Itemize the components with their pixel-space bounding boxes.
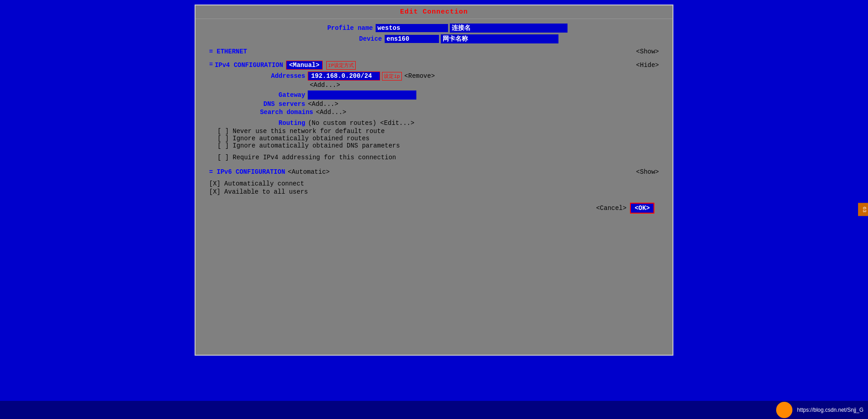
routing-label: Routing xyxy=(260,119,305,127)
checkbox-ignore-routes: [ ] Ignore automatically obtained routes xyxy=(217,135,659,142)
ipv4-header-row: IPv4 CONFIGURATION <Manual> IP设定方式 <Hide… xyxy=(215,61,659,70)
ipv6-mode[interactable]: <Automatic> xyxy=(288,168,329,176)
device-label: Device xyxy=(310,35,382,43)
dns-label: DNS servers xyxy=(260,100,305,108)
profile-annotation-field: 连接名 xyxy=(450,24,568,33)
gateway-row: Gateway xyxy=(260,90,659,100)
title-bar: Edit Connection xyxy=(196,5,672,19)
auto-connect-text[interactable]: [X] Automatically connect xyxy=(209,180,304,187)
device-row: Device ens160 网卡名称 xyxy=(209,34,659,43)
addresses-label: Addresses xyxy=(260,72,305,80)
search-domains-label: Search domains xyxy=(260,109,313,116)
profile-row: Profile name westos 连接名 xyxy=(209,24,659,33)
title-bar-text: Edit Connection xyxy=(400,8,468,16)
checkbox-never-use: [ ] Never use this network for default r… xyxy=(217,128,659,135)
right-edge-tab: 63 xyxy=(858,203,868,216)
profile-annotation-text: 连接名 xyxy=(452,24,471,32)
gateway-input[interactable] xyxy=(308,90,416,100)
ethernet-label: = ETHERNET xyxy=(209,48,247,55)
bottom-taskbar: https://blog.csdn.net/Snjj_G xyxy=(0,401,868,419)
available-users-text[interactable]: [X] Available to all users xyxy=(209,188,308,195)
addresses-row: Addresses 192.168.0.200/24 设定ip <Remove> xyxy=(260,71,659,81)
address-annotation: 设定ip xyxy=(382,72,401,81)
search-domains-add-btn[interactable]: <Add...> xyxy=(316,109,346,116)
address-input[interactable]: 192.168.0.200/24 xyxy=(308,71,380,81)
ethernet-section: = ETHERNET <Show> xyxy=(209,48,659,55)
dns-add-btn[interactable]: <Add...> xyxy=(308,100,338,108)
ipv6-show-btn[interactable]: <Show> xyxy=(636,168,659,176)
ipv4-mode-btn[interactable]: <Manual> xyxy=(286,61,323,70)
ipv4-content: IPv4 CONFIGURATION <Manual> IP设定方式 <Hide… xyxy=(215,61,659,161)
avatar xyxy=(776,402,792,418)
profile-input[interactable]: westos xyxy=(376,24,448,32)
main-content: Profile name westos 连接名 Device ens160 网卡… xyxy=(196,19,672,218)
ipv4-mode-annotation: IP设定方式 xyxy=(326,61,356,70)
cancel-btn[interactable]: <Cancel> xyxy=(596,205,626,212)
ipv6-label: = IPv6 CONFIGURATION xyxy=(209,168,285,176)
routing-value: (No custom routes) <Edit...> xyxy=(308,119,414,127)
available-users-row: [X] Available to all users xyxy=(209,188,659,195)
require-ipv4-text[interactable]: [ ] Require IPv4 addressing for this con… xyxy=(217,154,396,161)
add-address-row: <Add...> xyxy=(310,81,659,89)
device-annotation-text: 网卡名称 xyxy=(443,35,468,43)
auto-connect-row: [X] Automatically connect xyxy=(209,180,659,187)
ipv4-section: ≡ IPv4 CONFIGURATION <Manual> IP设定方式 <Hi… xyxy=(209,61,659,161)
ipv4-marker: ≡ xyxy=(209,61,213,68)
dns-row: DNS servers <Add...> xyxy=(260,100,659,108)
profile-label: Profile name xyxy=(300,24,373,32)
never-use-route-text[interactable]: [ ] Never use this network for default r… xyxy=(217,128,385,135)
bottom-buttons: <Cancel> <OK> xyxy=(209,203,659,214)
search-domains-row: Search domains <Add...> xyxy=(260,109,659,116)
checkbox-ignore-dns: [ ] Ignore automatically obtained DNS pa… xyxy=(217,142,659,149)
routing-row: Routing (No custom routes) <Edit...> xyxy=(260,119,659,127)
require-ipv4-row: [ ] Require IPv4 addressing for this con… xyxy=(217,154,659,161)
watermark-text: https://blog.csdn.net/Snjj_G xyxy=(797,407,863,413)
ignore-routes-text[interactable]: [ ] Ignore automatically obtained routes xyxy=(217,135,369,142)
ok-btn[interactable]: <OK> xyxy=(630,203,654,214)
gateway-label: Gateway xyxy=(260,91,305,99)
ignore-dns-text[interactable]: [ ] Ignore automatically obtained DNS pa… xyxy=(217,142,400,149)
desktop-background: Edit Connection Profile name westos 连接名 … xyxy=(0,0,868,419)
remove-btn[interactable]: <Remove> xyxy=(405,72,435,80)
ipv6-section: = IPv6 CONFIGURATION <Automatic> <Show> xyxy=(209,168,659,176)
terminal-window: Edit Connection Profile name westos 连接名 … xyxy=(195,5,673,356)
ipv4-label: IPv4 CONFIGURATION xyxy=(215,62,283,69)
ethernet-show-btn[interactable]: <Show> xyxy=(636,48,659,55)
device-annotation-field: 网卡名称 xyxy=(441,34,558,43)
device-input[interactable]: ens160 xyxy=(385,35,439,43)
add-address-btn[interactable]: <Add...> xyxy=(310,81,340,89)
ipv4-hide-btn[interactable]: <Hide> xyxy=(636,62,659,69)
